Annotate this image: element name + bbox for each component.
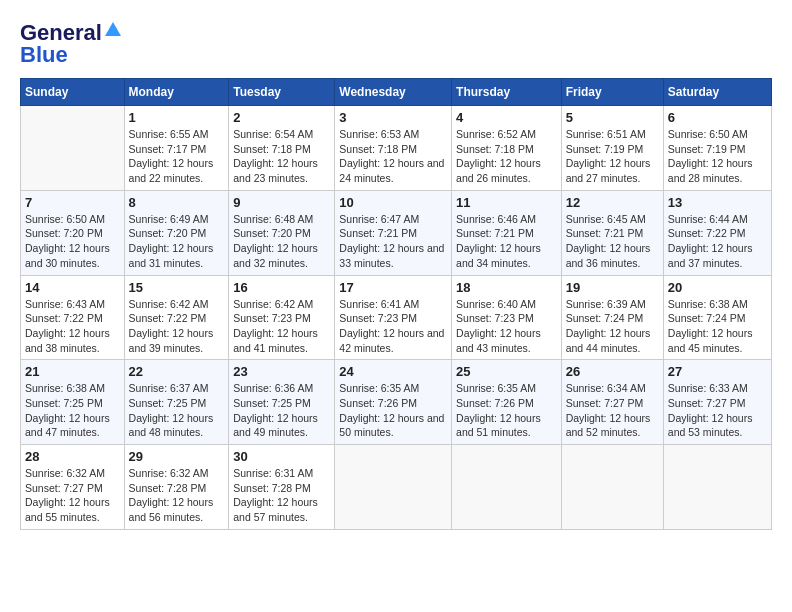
day-cell: 8Sunrise: 6:49 AMSunset: 7:20 PMDaylight…: [124, 190, 229, 275]
day-cell: 21Sunrise: 6:38 AMSunset: 7:25 PMDayligh…: [21, 360, 125, 445]
day-cell: [21, 106, 125, 191]
day-number: 16: [233, 280, 330, 295]
day-cell: 7Sunrise: 6:50 AMSunset: 7:20 PMDaylight…: [21, 190, 125, 275]
calendar-table: SundayMondayTuesdayWednesdayThursdayFrid…: [20, 78, 772, 530]
day-cell: 23Sunrise: 6:36 AMSunset: 7:25 PMDayligh…: [229, 360, 335, 445]
day-number: 18: [456, 280, 557, 295]
day-number: 28: [25, 449, 120, 464]
day-number: 27: [668, 364, 767, 379]
day-number: 3: [339, 110, 447, 125]
day-info: Sunrise: 6:33 AMSunset: 7:27 PMDaylight:…: [668, 381, 767, 440]
day-number: 17: [339, 280, 447, 295]
day-info: Sunrise: 6:54 AMSunset: 7:18 PMDaylight:…: [233, 127, 330, 186]
day-info: Sunrise: 6:32 AMSunset: 7:28 PMDaylight:…: [129, 466, 225, 525]
day-cell: 29Sunrise: 6:32 AMSunset: 7:28 PMDayligh…: [124, 445, 229, 530]
day-info: Sunrise: 6:35 AMSunset: 7:26 PMDaylight:…: [456, 381, 557, 440]
day-number: 1: [129, 110, 225, 125]
day-info: Sunrise: 6:34 AMSunset: 7:27 PMDaylight:…: [566, 381, 659, 440]
col-header-sunday: Sunday: [21, 79, 125, 106]
day-cell: 6Sunrise: 6:50 AMSunset: 7:19 PMDaylight…: [663, 106, 771, 191]
day-info: Sunrise: 6:43 AMSunset: 7:22 PMDaylight:…: [25, 297, 120, 356]
day-info: Sunrise: 6:55 AMSunset: 7:17 PMDaylight:…: [129, 127, 225, 186]
day-cell: 1Sunrise: 6:55 AMSunset: 7:17 PMDaylight…: [124, 106, 229, 191]
col-header-monday: Monday: [124, 79, 229, 106]
day-number: 29: [129, 449, 225, 464]
day-cell: 3Sunrise: 6:53 AMSunset: 7:18 PMDaylight…: [335, 106, 452, 191]
logo-icon: [103, 20, 123, 40]
page-header: General Blue: [20, 20, 772, 68]
col-header-saturday: Saturday: [663, 79, 771, 106]
day-number: 19: [566, 280, 659, 295]
day-number: 6: [668, 110, 767, 125]
day-number: 14: [25, 280, 120, 295]
day-cell: 24Sunrise: 6:35 AMSunset: 7:26 PMDayligh…: [335, 360, 452, 445]
day-info: Sunrise: 6:45 AMSunset: 7:21 PMDaylight:…: [566, 212, 659, 271]
day-number: 9: [233, 195, 330, 210]
day-cell: 13Sunrise: 6:44 AMSunset: 7:22 PMDayligh…: [663, 190, 771, 275]
week-row-2: 7Sunrise: 6:50 AMSunset: 7:20 PMDaylight…: [21, 190, 772, 275]
day-number: 26: [566, 364, 659, 379]
day-info: Sunrise: 6:46 AMSunset: 7:21 PMDaylight:…: [456, 212, 557, 271]
day-cell: 22Sunrise: 6:37 AMSunset: 7:25 PMDayligh…: [124, 360, 229, 445]
day-number: 24: [339, 364, 447, 379]
col-header-tuesday: Tuesday: [229, 79, 335, 106]
logo: General Blue: [20, 20, 123, 68]
day-cell: 9Sunrise: 6:48 AMSunset: 7:20 PMDaylight…: [229, 190, 335, 275]
day-info: Sunrise: 6:50 AMSunset: 7:19 PMDaylight:…: [668, 127, 767, 186]
col-header-friday: Friday: [561, 79, 663, 106]
day-number: 2: [233, 110, 330, 125]
day-number: 7: [25, 195, 120, 210]
day-info: Sunrise: 6:42 AMSunset: 7:23 PMDaylight:…: [233, 297, 330, 356]
day-cell: [452, 445, 562, 530]
day-info: Sunrise: 6:53 AMSunset: 7:18 PMDaylight:…: [339, 127, 447, 186]
day-info: Sunrise: 6:44 AMSunset: 7:22 PMDaylight:…: [668, 212, 767, 271]
day-cell: 12Sunrise: 6:45 AMSunset: 7:21 PMDayligh…: [561, 190, 663, 275]
day-number: 8: [129, 195, 225, 210]
col-header-thursday: Thursday: [452, 79, 562, 106]
day-info: Sunrise: 6:37 AMSunset: 7:25 PMDaylight:…: [129, 381, 225, 440]
day-cell: 27Sunrise: 6:33 AMSunset: 7:27 PMDayligh…: [663, 360, 771, 445]
day-info: Sunrise: 6:51 AMSunset: 7:19 PMDaylight:…: [566, 127, 659, 186]
week-row-5: 28Sunrise: 6:32 AMSunset: 7:27 PMDayligh…: [21, 445, 772, 530]
day-cell: 19Sunrise: 6:39 AMSunset: 7:24 PMDayligh…: [561, 275, 663, 360]
day-cell: 5Sunrise: 6:51 AMSunset: 7:19 PMDaylight…: [561, 106, 663, 191]
logo-blue-text: Blue: [20, 42, 68, 68]
day-cell: 10Sunrise: 6:47 AMSunset: 7:21 PMDayligh…: [335, 190, 452, 275]
day-cell: 16Sunrise: 6:42 AMSunset: 7:23 PMDayligh…: [229, 275, 335, 360]
week-row-4: 21Sunrise: 6:38 AMSunset: 7:25 PMDayligh…: [21, 360, 772, 445]
day-info: Sunrise: 6:35 AMSunset: 7:26 PMDaylight:…: [339, 381, 447, 440]
day-info: Sunrise: 6:49 AMSunset: 7:20 PMDaylight:…: [129, 212, 225, 271]
day-info: Sunrise: 6:38 AMSunset: 7:24 PMDaylight:…: [668, 297, 767, 356]
day-cell: [561, 445, 663, 530]
day-number: 11: [456, 195, 557, 210]
week-row-3: 14Sunrise: 6:43 AMSunset: 7:22 PMDayligh…: [21, 275, 772, 360]
day-info: Sunrise: 6:48 AMSunset: 7:20 PMDaylight:…: [233, 212, 330, 271]
day-number: 12: [566, 195, 659, 210]
day-info: Sunrise: 6:38 AMSunset: 7:25 PMDaylight:…: [25, 381, 120, 440]
day-cell: 14Sunrise: 6:43 AMSunset: 7:22 PMDayligh…: [21, 275, 125, 360]
day-number: 15: [129, 280, 225, 295]
day-info: Sunrise: 6:31 AMSunset: 7:28 PMDaylight:…: [233, 466, 330, 525]
svg-marker-0: [105, 22, 121, 36]
day-number: 10: [339, 195, 447, 210]
day-number: 23: [233, 364, 330, 379]
day-cell: 30Sunrise: 6:31 AMSunset: 7:28 PMDayligh…: [229, 445, 335, 530]
day-info: Sunrise: 6:50 AMSunset: 7:20 PMDaylight:…: [25, 212, 120, 271]
day-number: 25: [456, 364, 557, 379]
day-cell: 25Sunrise: 6:35 AMSunset: 7:26 PMDayligh…: [452, 360, 562, 445]
day-info: Sunrise: 6:47 AMSunset: 7:21 PMDaylight:…: [339, 212, 447, 271]
day-number: 13: [668, 195, 767, 210]
day-cell: 28Sunrise: 6:32 AMSunset: 7:27 PMDayligh…: [21, 445, 125, 530]
day-info: Sunrise: 6:42 AMSunset: 7:22 PMDaylight:…: [129, 297, 225, 356]
day-cell: 26Sunrise: 6:34 AMSunset: 7:27 PMDayligh…: [561, 360, 663, 445]
day-cell: 2Sunrise: 6:54 AMSunset: 7:18 PMDaylight…: [229, 106, 335, 191]
day-cell: [335, 445, 452, 530]
day-number: 5: [566, 110, 659, 125]
day-number: 21: [25, 364, 120, 379]
day-cell: 4Sunrise: 6:52 AMSunset: 7:18 PMDaylight…: [452, 106, 562, 191]
day-number: 30: [233, 449, 330, 464]
day-number: 22: [129, 364, 225, 379]
day-info: Sunrise: 6:36 AMSunset: 7:25 PMDaylight:…: [233, 381, 330, 440]
week-row-1: 1Sunrise: 6:55 AMSunset: 7:17 PMDaylight…: [21, 106, 772, 191]
col-header-wednesday: Wednesday: [335, 79, 452, 106]
